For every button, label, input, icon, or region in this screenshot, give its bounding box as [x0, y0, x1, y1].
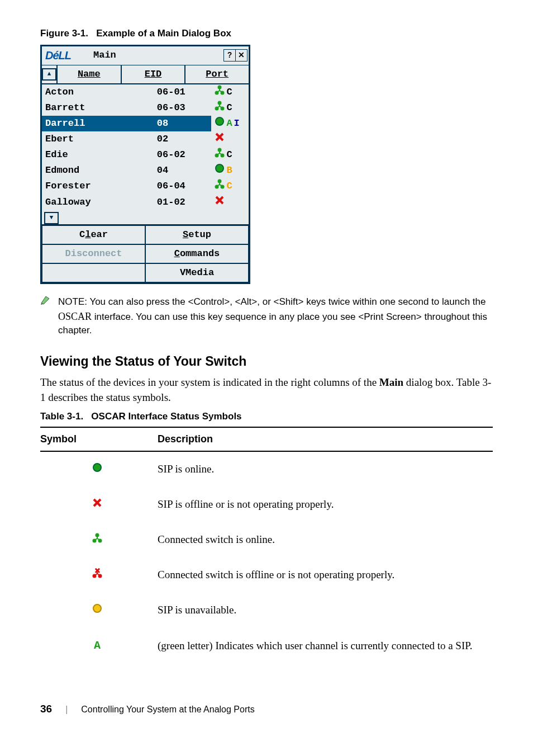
note-block: NOTE: You can also press the <Control>, …	[40, 295, 493, 338]
main-dialog: DéLL Main ?✕ ▲ Name EID Port Acton06-01C…	[40, 45, 250, 284]
help-button[interactable]: ?	[223, 49, 236, 62]
dialog-button-bar: Clear Setup Disconnect Commands VMedia	[42, 224, 249, 282]
status-letter: A	[226, 117, 232, 130]
table-row[interactable]: Barrett06-03C	[42, 100, 249, 116]
page-number: 36	[40, 702, 52, 717]
table-row[interactable]: Forester06-04C	[42, 178, 249, 194]
circle-green-icon	[215, 116, 225, 131]
scroll-up-button[interactable]: ▲	[42, 68, 56, 81]
device-port: 06-02	[154, 147, 212, 163]
tree-green-icon	[215, 101, 225, 115]
symbol-cell	[40, 593, 158, 628]
x-red-icon	[215, 195, 225, 210]
th-description: Description	[158, 427, 493, 452]
device-port: 01-02	[154, 195, 212, 210]
note-icon	[40, 295, 51, 311]
table-row: Connected switch is online.	[40, 522, 493, 557]
tree-green-icon	[215, 179, 225, 193]
device-name: Galloway	[42, 195, 154, 210]
device-status: A I	[211, 116, 249, 131]
device-status: C	[211, 178, 249, 194]
table-row: A(green letter) Indicates which user cha…	[40, 628, 493, 664]
disconnect-button: Disconnect	[42, 244, 145, 263]
figure-caption: Figure 3-1. Example of a Main Dialog Box	[40, 27, 493, 40]
note-text: NOTE: You can also press the <Control>, …	[58, 295, 493, 338]
setup-button[interactable]: Setup	[145, 225, 249, 244]
table-row: Connected switch is offline or is not op…	[40, 557, 493, 593]
description-cell: Connected switch is online.	[158, 522, 493, 557]
close-button[interactable]: ✕	[235, 49, 248, 62]
device-name: Edmond	[42, 163, 154, 178]
table-row[interactable]: Acton06-01C	[42, 84, 249, 100]
symbol-cell: A	[40, 628, 158, 664]
table-row[interactable]: Ebert02	[42, 131, 249, 147]
device-status	[211, 195, 249, 210]
device-name: Edie	[42, 147, 154, 163]
footer-title: Controlling Your System at the Analog Po…	[81, 703, 254, 716]
tab-name[interactable]: Name	[58, 65, 122, 83]
table-row: SIP is offline or is not operating prope…	[40, 487, 493, 522]
dialog-title: Main	[71, 49, 224, 62]
device-status: C	[211, 100, 249, 116]
description-cell: SIP is unavailable.	[158, 593, 493, 628]
table-title: OSCAR Interface Status Symbols	[91, 411, 241, 422]
device-name: Acton	[42, 84, 154, 100]
table-label: Table 3-1.	[40, 411, 83, 422]
circle-green-icon	[215, 163, 225, 178]
device-status: C	[211, 84, 249, 100]
device-name: Forester	[42, 178, 154, 194]
device-port: 04	[154, 163, 212, 178]
status-letter: C	[226, 148, 232, 162]
status-symbols-table: Symbol Description SIP is online.SIP is …	[40, 427, 493, 664]
status-letter: C	[226, 101, 232, 115]
table-row: SIP is online.	[40, 451, 493, 487]
commands-button[interactable]: Commands	[145, 244, 249, 263]
dell-logo: DéLL	[45, 48, 71, 63]
note-oscar: OSCAR	[58, 311, 92, 322]
description-cell: SIP is offline or is not operating prope…	[158, 487, 493, 522]
figure-title: Example of a Main Dialog Box	[96, 28, 231, 39]
note-label: NOTE:	[58, 296, 87, 307]
device-status	[211, 131, 249, 147]
vmedia-button[interactable]: VMedia	[145, 263, 249, 282]
symbol-cell	[40, 557, 158, 593]
device-port: 08	[154, 116, 212, 131]
status-letter: C	[226, 179, 232, 193]
device-name: Ebert	[42, 131, 154, 147]
column-tabs: ▲ Name EID Port	[42, 65, 249, 84]
note-body-before: You can also press the <Control>, <Alt>,…	[89, 296, 486, 307]
description-cell: SIP is online.	[158, 451, 493, 487]
table-row[interactable]: Galloway01-02	[42, 195, 249, 210]
status-letter: C	[226, 86, 232, 99]
symbol-cell	[40, 487, 158, 522]
th-symbol: Symbol	[40, 427, 158, 452]
tab-port[interactable]: Port	[185, 65, 249, 83]
tree-green-icon	[215, 85, 225, 100]
device-status: C	[211, 147, 249, 163]
table-row[interactable]: Edie06-02C	[42, 147, 249, 163]
symbol-cell	[40, 451, 158, 487]
status-letter: B	[226, 164, 232, 177]
description-cell: (green letter) Indicates which user chan…	[158, 628, 493, 664]
figure-label: Figure 3-1.	[40, 28, 88, 39]
footer-divider: |	[65, 703, 68, 716]
symbol-cell	[40, 522, 158, 557]
device-name: Barrett	[42, 100, 154, 116]
device-table: Acton06-01CBarrett06-03CDarrell08A IEber…	[42, 84, 249, 224]
device-port: 06-01	[154, 84, 212, 100]
scroll-down-button[interactable]: ▼	[44, 212, 59, 224]
device-port: 06-03	[154, 100, 212, 116]
device-port: 02	[154, 131, 212, 147]
tree-green-icon	[215, 148, 225, 162]
dialog-titlebar: DéLL Main ?✕	[42, 46, 249, 65]
section-body: The status of the devices in your system…	[40, 375, 493, 405]
table-row: SIP is unavailable.	[40, 593, 493, 628]
tab-eid[interactable]: EID	[122, 65, 186, 83]
clear-button[interactable]: Clear	[42, 225, 145, 244]
description-cell: Connected switch is offline or is not op…	[158, 557, 493, 593]
table-row[interactable]: Darrell08A I	[42, 116, 249, 131]
note-body-after: interface. You can use this key sequence…	[58, 311, 487, 336]
x-red-icon	[215, 132, 225, 147]
table-row[interactable]: Edmond04B	[42, 163, 249, 178]
device-port: 06-04	[154, 178, 212, 194]
